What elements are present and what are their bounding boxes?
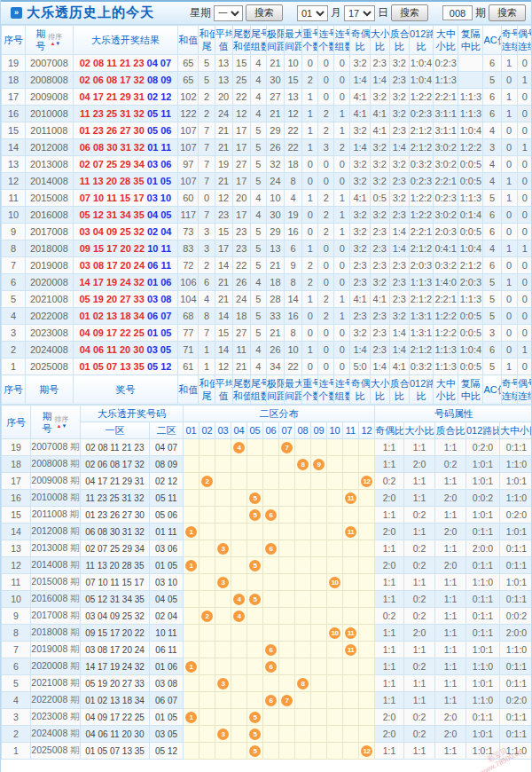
stat-cell: 10: [266, 190, 284, 207]
issue-cell: 2008008 期: [31, 456, 81, 473]
stat-column-header-line1: 012路: [410, 377, 433, 390]
dist-cell: [231, 709, 247, 726]
dist-cell: [311, 743, 327, 760]
dist-cell: [343, 675, 359, 692]
seq-column-header: 序号: [2, 406, 31, 439]
week-search-button[interactable]: 搜索: [246, 4, 283, 21]
dist-cell: [231, 507, 247, 524]
attr-cell: 1:1: [435, 439, 466, 456]
stat-cell: 5: [250, 240, 266, 257]
month-select[interactable]: 01: [297, 5, 328, 21]
issue-suffix: 期: [70, 475, 80, 485]
stat-column-header-line1: 和值: [199, 28, 214, 40]
dist-cell: [215, 692, 231, 709]
back-ball-badge: 10: [329, 577, 340, 588]
sort-icon[interactable]: ▲▼: [57, 423, 67, 429]
stat-cell: 2:2:1: [434, 173, 458, 190]
stat-cell: 1:2:2: [434, 308, 458, 325]
attr-cell: 1:1:0: [500, 490, 532, 507]
sort-icon[interactable]: ▲▼: [50, 41, 60, 46]
issue-number: 2018008: [31, 626, 67, 637]
stat-cell: 4: [250, 342, 266, 358]
front-numbers: 09 15 17 20 22: [80, 243, 145, 254]
stat-cell: 0: [501, 122, 517, 139]
front-numbers: 14 17 19 24 32: [79, 277, 144, 288]
dist-cell: 11: [343, 524, 359, 540]
dist-cell: 1: [184, 524, 200, 540]
issue-cell: 2025008 期: [31, 743, 81, 760]
seq-cell: 15: [2, 122, 26, 139]
zone1-cell: 05 19 20 27 33: [81, 675, 150, 692]
stat-cell: 0:0:5: [458, 325, 483, 342]
dist-cell: [231, 473, 247, 490]
stat-column-header-line2: 比: [390, 40, 409, 52]
table-row: 22024008 期04 06 11 20 3003 05352:00:22:0…: [2, 726, 532, 743]
dist-cell: [311, 507, 327, 524]
zone1-column-header: 一区: [81, 422, 150, 439]
attr-cell: 1:1: [375, 675, 404, 692]
result-column-header: 大乐透开奖结果: [73, 26, 178, 55]
stat-cell: 1: [517, 72, 532, 89]
stat-cell: 0: [334, 274, 350, 291]
seq-cell: 11: [2, 190, 26, 207]
stat-cell: 12: [285, 106, 302, 122]
day-select[interactable]: 17: [344, 5, 375, 21]
dist-cell: [184, 726, 200, 743]
stat-column-header: 奇号连续: [501, 26, 517, 55]
stat-cell: 2:3: [389, 257, 409, 274]
attr-cell: 2:0:0: [466, 540, 500, 557]
dist-cell: [279, 675, 295, 692]
stat-cell: 2: [302, 72, 318, 89]
stat-cell: 2: [318, 122, 334, 139]
sort-down-icon[interactable]: ▼: [62, 423, 67, 429]
attr-cell: 0:2:0: [500, 507, 532, 524]
issue-cell: 2009008 期: [31, 473, 81, 490]
seq-cell: 13: [2, 156, 26, 173]
stat-cell: 0: [517, 257, 532, 274]
table-row: 19200700802 08 11 21 23 04 0765513154211…: [2, 55, 532, 72]
dist-cell: [295, 574, 311, 591]
stat-cell: 2:3: [370, 240, 389, 257]
stat-cell: 0: [302, 207, 318, 224]
date-search-button[interactable]: 搜索: [391, 4, 428, 21]
dist-column-header: 06: [263, 422, 279, 439]
issue-cell: 2009008: [26, 89, 73, 106]
issue-search-button[interactable]: 搜索: [489, 4, 526, 21]
table-row: 1202500801 05 07 13 35 05 12611122143422…: [2, 358, 532, 375]
back-numbers: 01 11: [147, 142, 171, 153]
front-numbers: 05 19 20 27 33: [79, 294, 144, 304]
stat-cell: 4: [483, 240, 501, 257]
issue-cell: 2011008 期: [31, 507, 81, 524]
stat-column-header: 012路比: [409, 375, 433, 405]
dist-cell: [184, 675, 200, 692]
seq-cell: 9: [2, 608, 31, 625]
dist-cell: [247, 642, 263, 658]
stat-cell: 1:4: [370, 358, 389, 375]
stat-cell: 18: [285, 156, 302, 173]
attr-cell: 2:0: [375, 490, 404, 507]
stat-cell: 107: [178, 122, 199, 139]
stat-cell: 6: [483, 55, 501, 72]
stat-cell: 15: [232, 55, 250, 72]
attr-cell: 1:1: [435, 591, 466, 608]
stat-column-header-line1: 大中: [434, 377, 458, 390]
issue-input[interactable]: [442, 5, 473, 20]
result-cell: 01 05 07 13 35 05 12: [73, 358, 178, 375]
stat-cell: 117: [178, 207, 199, 224]
stat-cell: 0: [517, 291, 532, 308]
sort-down-icon[interactable]: ▼: [55, 41, 60, 46]
dist-cell: [295, 642, 311, 658]
issue-header-line1: 期: [43, 410, 52, 422]
stat-cell: 1:4: [389, 139, 409, 156]
issue-cell: 2015008: [26, 190, 73, 207]
dist-cell: [343, 726, 359, 743]
back-ball-badge: 8: [297, 459, 309, 470]
dist-cell: 4: [231, 608, 247, 625]
dist-column-header: 02: [200, 422, 215, 439]
attr-cell: 0:1:1: [500, 658, 532, 675]
dist-cell: [359, 540, 375, 557]
table-row: 182008008 期02 06 08 17 3208 09891:12:00:…: [2, 456, 532, 473]
stat-cell: 0: [517, 308, 532, 325]
week-select[interactable]: 一: [214, 5, 243, 21]
attr-cell: 1:0:1: [500, 574, 532, 591]
